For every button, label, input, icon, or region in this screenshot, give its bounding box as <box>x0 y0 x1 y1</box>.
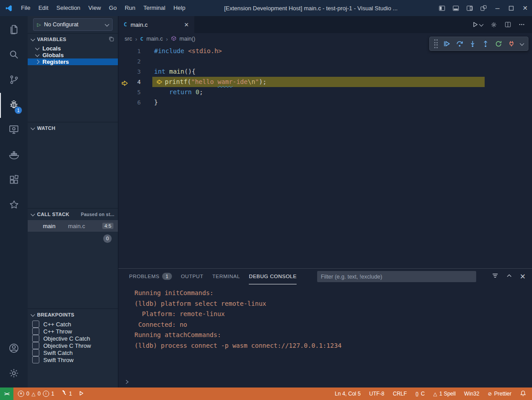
problems-count-badge: 1 <box>162 273 172 280</box>
step-over-button[interactable] <box>456 40 463 47</box>
toggle-panel-icon[interactable] <box>449 0 463 16</box>
activity-item-run-debug[interactable]: 1 <box>0 93 28 118</box>
breakpoint-item-c-catch[interactable]: C++ Catch <box>28 321 118 328</box>
code-text[interactable]: #include <stdio.h> <box>152 46 222 56</box>
breakpoint-item-swift-catch[interactable]: Swift Catch <box>28 349 118 356</box>
console-filter-input[interactable] <box>317 271 476 282</box>
close-button[interactable]: ✕ <box>518 0 532 16</box>
variables-item-locals[interactable]: Locals <box>28 45 118 52</box>
activity-item-extensions[interactable] <box>0 168 28 193</box>
menu-go[interactable]: Go <box>105 0 121 16</box>
chevron-down-icon[interactable] <box>520 41 524 46</box>
code-text[interactable]: return 0; <box>152 87 203 97</box>
minimize-button[interactable]: ─ <box>490 0 504 16</box>
code-text[interactable]: } <box>152 97 158 108</box>
breakpoints-header[interactable]: BREAKPOINTS <box>28 309 118 321</box>
activity-item-settings[interactable] <box>0 362 28 387</box>
maximize-button[interactable] <box>504 0 518 16</box>
checkbox[interactable] <box>32 349 39 356</box>
checkbox[interactable] <box>32 356 39 363</box>
step-into-button[interactable] <box>469 40 476 47</box>
problems-status[interactable]: ✕ 0 △ 0 i 1 <box>18 391 54 397</box>
menu-terminal[interactable]: Terminal <box>139 0 169 16</box>
toggle-sidebar-icon[interactable] <box>435 0 449 16</box>
run-or-debug-button[interactable] <box>472 21 483 28</box>
breakpoint-item-objective-c-throw[interactable]: Objective C Throw <box>28 342 118 349</box>
panel-tab-debug-console[interactable]: DEBUG CONSOLE <box>249 269 297 284</box>
activity-item-source-control[interactable] <box>0 68 28 93</box>
status-cursor[interactable]: Ln 4, Col 5 <box>335 391 360 397</box>
debug-status[interactable] <box>79 391 84 397</box>
close-panel-icon[interactable]: ✕ <box>520 272 526 281</box>
continue-button[interactable] <box>443 40 450 47</box>
activity-item-search[interactable] <box>0 43 28 68</box>
disconnect-button[interactable] <box>508 40 515 47</box>
menu-selection[interactable]: Selection <box>52 0 84 16</box>
close-tab-icon[interactable]: ✕ <box>184 21 189 28</box>
variables-header[interactable]: VARIABLES <box>28 33 118 45</box>
step-out-button[interactable] <box>482 40 489 47</box>
code-text[interactable]: int main(){ <box>152 67 196 77</box>
breadcrumb-file[interactable]: main.c <box>147 36 163 42</box>
activity-item-explorer[interactable] <box>0 18 28 43</box>
menu-help[interactable]: Help <box>169 0 189 16</box>
gutter[interactable]: 6 <box>118 97 152 108</box>
gutter[interactable]: 2 <box>118 56 152 67</box>
checkbox[interactable] <box>32 328 39 335</box>
activity-item-accounts[interactable] <box>0 337 28 362</box>
code-text[interactable]: printf("hello wamr-ide\n"); <box>152 77 267 87</box>
call-stack-header[interactable]: CALL STACK Paused on st... <box>28 208 118 220</box>
inline-breakpoint-icon[interactable] <box>157 77 163 88</box>
gutter[interactable]: 1 <box>118 46 152 56</box>
breadcrumb-symbol[interactable]: main() <box>180 36 195 42</box>
filter-lines-icon[interactable] <box>492 272 498 281</box>
panel-tab-terminal[interactable]: TERMINAL <box>212 269 240 284</box>
panel-tab-output[interactable]: OUTPUT <box>181 269 203 284</box>
tab-main-c[interactable]: C main.c ✕ <box>118 16 194 33</box>
gutter[interactable]: 4 <box>118 77 152 87</box>
gutter[interactable]: 3 <box>118 67 152 77</box>
stack-frame-row[interactable]: main main.c 4:5 <box>28 220 118 232</box>
checkbox[interactable] <box>32 335 39 342</box>
breakpoint-item-objective-c-catch[interactable]: Objective C Catch <box>28 335 118 342</box>
more-actions-icon[interactable] <box>519 21 525 28</box>
code-editor[interactable]: 1#include <stdio.h>23int main(){4printf(… <box>118 45 532 268</box>
toggle-secondary-sidebar-icon[interactable] <box>463 0 477 16</box>
panel-tab-problems[interactable]: PROBLEMS1 <box>129 269 172 284</box>
menu-run[interactable]: Run <box>121 0 139 16</box>
launch-config-dropdown[interactable]: ▷ No Configurat <box>33 18 113 31</box>
code-text[interactable] <box>152 56 154 67</box>
status-platform[interactable]: Win32 <box>464 391 479 397</box>
variables-item-globals[interactable]: Globals <box>28 52 118 58</box>
status-spell[interactable]: △1 Spell <box>433 391 456 397</box>
variables-panel-icon[interactable] <box>109 36 114 43</box>
customize-layout-icon[interactable] <box>477 0 490 16</box>
status-prettier[interactable]: ⊘Prettier <box>488 391 511 397</box>
menu-edit[interactable]: Edit <box>34 0 52 16</box>
split-editor-icon[interactable] <box>505 21 511 28</box>
checkbox[interactable] <box>32 321 39 328</box>
checkbox[interactable] <box>32 342 39 349</box>
status-encoding[interactable]: UTF-8 <box>369 391 385 397</box>
breakpoint-item-c-throw[interactable]: C++ Throw <box>28 328 118 335</box>
breakpoint-item-swift-throw[interactable]: Swift Throw <box>28 356 118 363</box>
activity-item-remote-explorer[interactable] <box>0 118 28 143</box>
settings-gear-icon[interactable] <box>490 21 497 28</box>
breadcrumb-folder[interactable]: src <box>125 36 132 42</box>
status-language[interactable]: {}C <box>415 391 425 397</box>
console-input-row[interactable] <box>118 378 532 388</box>
watch-header[interactable]: WATCH <box>28 122 118 134</box>
maximize-panel-icon[interactable] <box>506 273 512 281</box>
tasks-status[interactable]: 1 <box>61 390 72 397</box>
variables-item-registers[interactable]: Registers <box>28 58 118 65</box>
activity-item-docker[interactable] <box>0 143 28 168</box>
menu-view[interactable]: View <box>84 0 105 16</box>
restart-button[interactable] <box>495 40 502 47</box>
drag-handle[interactable] <box>434 39 438 48</box>
menu-file[interactable]: File <box>17 0 34 16</box>
remote-indicator[interactable]: >< <box>0 388 13 400</box>
gutter[interactable]: 5 <box>118 87 152 97</box>
notifications-bell-icon[interactable] <box>520 390 526 398</box>
status-eol[interactable]: CRLF <box>393 391 407 397</box>
activity-item-star[interactable] <box>0 193 28 218</box>
